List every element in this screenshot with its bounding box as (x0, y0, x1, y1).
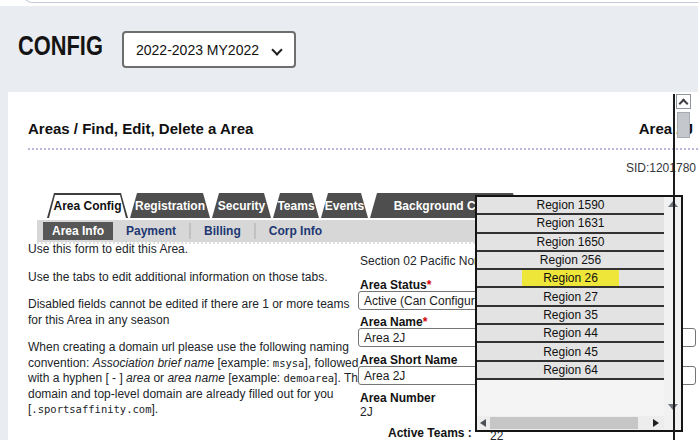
subtab-corp-info[interactable]: Corp Info (254, 223, 335, 239)
page-scrollbar[interactable] (675, 94, 698, 440)
subtab-billing[interactable]: Billing (189, 223, 254, 239)
region-option[interactable]: Region 44 (477, 325, 664, 343)
tab-label: Registration (130, 193, 210, 218)
intro-paragraph: Use this form to edit this Area. (28, 242, 366, 258)
scroll-up-button[interactable] (676, 94, 691, 109)
region-option[interactable]: Region 256 (477, 252, 664, 270)
listbox-horizontal-scrollbar[interactable] (477, 416, 664, 430)
subtab-area-info[interactable]: Area Info (43, 222, 113, 240)
active-teams-label: Active Teams : (388, 426, 472, 440)
section-text: Section 02 Pacific Nor (360, 254, 478, 268)
subtab-payment[interactable]: Payment (113, 223, 189, 239)
tab-registration[interactable]: Registration (130, 193, 210, 218)
region-option-highlighted[interactable]: Region 26 (477, 270, 664, 288)
area-number-value: 2J (360, 405, 373, 419)
required-asterisk: * (423, 315, 428, 329)
chevron-down-icon (271, 44, 282, 55)
area-status-label: Area Status* (360, 278, 431, 292)
config-logo: CONFIG (18, 30, 103, 62)
tab-area-config[interactable]: Area Config (47, 193, 128, 218)
tab-security[interactable]: Security (212, 193, 271, 218)
main-tabs: Area Config Registration Security Teams … (47, 193, 520, 218)
intro-text: Use this form to edit this Area. Use the… (28, 242, 366, 430)
frame-border (673, 94, 675, 440)
season-select[interactable]: 2022-2023 MY2022 (122, 31, 296, 68)
tab-teams[interactable]: Teams (273, 193, 319, 218)
region-option[interactable]: Region 1631 (477, 215, 664, 233)
page-title: Areas / Find, Edit, Delete a Area (28, 120, 253, 137)
area-name-label: Area Name* (360, 315, 427, 329)
scroll-right-icon[interactable] (653, 419, 659, 427)
region-options: Region 1590 Region 1631 Region 1650 Regi… (477, 197, 664, 430)
config-screen: CONFIG 2022-2023 MY2022 Areas / Find, Ed… (0, 0, 698, 440)
scroll-left-icon[interactable] (480, 419, 486, 427)
tab-label: Events (321, 193, 368, 218)
tab-events[interactable]: Events (321, 193, 368, 218)
region-option[interactable]: Region 35 (477, 307, 664, 325)
tab-label: Security (212, 193, 271, 218)
area-short-name-label: Area Short Name (360, 353, 457, 367)
title-divider (28, 148, 698, 150)
top-panel-edge (24, 0, 698, 3)
intro-paragraph: Use the tabs to edit additional informat… (28, 270, 366, 286)
region-option[interactable]: Region 27 (477, 288, 664, 306)
content-panel: Areas / Find, Edit, Delete a Area Area 2… (8, 92, 698, 440)
tab-label: Area Config (47, 193, 128, 218)
region-option[interactable]: Region 45 (477, 343, 664, 361)
intro-paragraph: Disabled fields cannot be edited if ther… (28, 297, 366, 328)
region-option[interactable]: Region 1590 (477, 197, 664, 215)
region-option[interactable]: Region 1650 (477, 234, 664, 252)
tab-label: Teams (273, 193, 319, 218)
season-select-value: 2022-2023 MY2022 (136, 42, 259, 58)
area-number-label: Area Number (360, 391, 435, 405)
chevron-up-icon (679, 99, 689, 109)
region-option[interactable]: Region 64 (477, 362, 664, 380)
required-asterisk: * (427, 278, 432, 292)
scrollbar-thumb[interactable] (677, 112, 690, 138)
scrollbar-thumb[interactable] (490, 417, 638, 429)
intro-paragraph-domain: When creating a domain url please use th… (28, 340, 366, 418)
region-dropdown-list: Region 1590 Region 1631 Region 1650 Regi… (475, 195, 683, 432)
